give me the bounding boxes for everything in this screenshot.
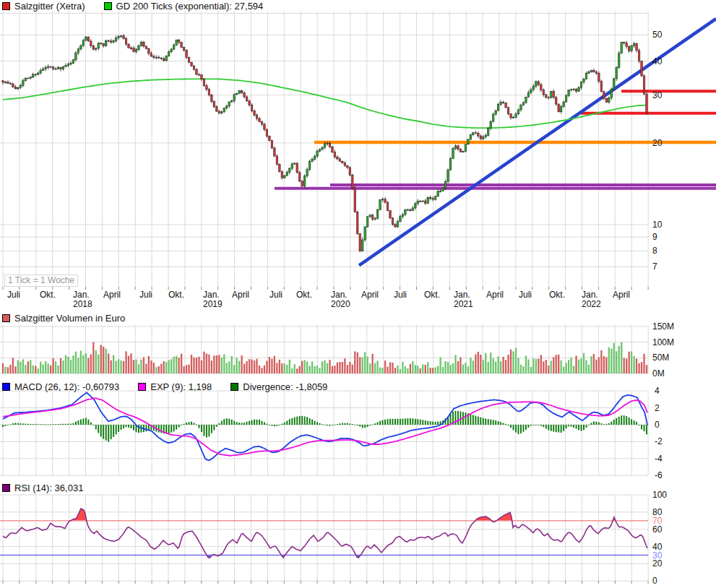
volume-panel-legend: Salzgitter Volumen in Euro — [2, 313, 144, 324]
x-tick-label: Juli — [519, 290, 532, 299]
legend-label: EXP (9): 1,198 — [150, 381, 212, 392]
y-tick-label: 0M — [652, 369, 665, 378]
legend-item: EXP (9): 1,198 — [138, 381, 212, 392]
y-tick-label: 7 — [652, 262, 657, 271]
x-tick-label: April — [361, 290, 379, 299]
legend-label: GD 200 Ticks (exponential): 27,594 — [116, 1, 264, 12]
x-tick-label: Jan. — [454, 290, 470, 299]
chart-root: Salzgitter (Xetra)GD 200 Ticks (exponent… — [0, 0, 716, 588]
x-tick-label: Okt. — [296, 290, 312, 299]
y-tick-label: 20 — [652, 559, 662, 568]
y-tick-label: -4 — [655, 454, 663, 463]
y-tick-label: 0 — [652, 576, 657, 585]
legend-label: MACD (26, 12): -0,60793 — [14, 381, 119, 392]
legend-item: GD 200 Ticks (exponential): 27,594 — [104, 1, 264, 12]
x-tick-label: Juli — [394, 290, 407, 299]
y-tick-label: 150M — [652, 322, 674, 331]
y-tick-label: 10 — [652, 220, 662, 229]
x-tick-year-label: 2022 — [582, 300, 601, 308]
x-tick-label: Jan. — [331, 290, 348, 299]
x-tick-year-label: 2019 — [203, 300, 223, 308]
x-tick-label: Jan. — [582, 290, 598, 299]
legend-item: MACD (26, 12): -0,60793 — [2, 381, 119, 392]
legend-item: Salzgitter (Xetra) — [2, 1, 85, 12]
legend-label: Salzgitter Volumen in Euro — [14, 313, 125, 324]
legend-item: Salzgitter Volumen in Euro — [2, 313, 125, 324]
y-tick-label: 0 — [655, 420, 660, 429]
x-tick-label: April — [613, 290, 630, 299]
legend-swatch-icon — [2, 383, 10, 391]
legend-swatch-icon — [2, 314, 10, 322]
y-tick-label: 70 — [652, 516, 662, 525]
legend-item: Divergence: -1,8059 — [230, 381, 327, 392]
rsi-panel-legend: RSI (14): 36,031 — [2, 483, 102, 493]
x-tick-label: Jan. — [73, 290, 90, 299]
y-tick-label: 20 — [652, 139, 662, 147]
y-tick-label: 60 — [652, 525, 662, 534]
y-tick-label: 40 — [652, 542, 662, 551]
y-tick-label: 50 — [652, 30, 662, 39]
y-tick-label: 100 — [652, 490, 667, 499]
y-tick-label: 30 — [652, 91, 662, 100]
legend-swatch-icon — [138, 383, 146, 391]
x-tick-label: Okt. — [549, 290, 565, 299]
x-tick-label: Juli — [269, 290, 282, 299]
y-tick-label: 50M — [652, 353, 669, 362]
y-tick-label: 2 — [655, 404, 660, 412]
legend-label: Salzgitter (Xetra) — [14, 1, 85, 12]
y-tick-label: 9 — [652, 233, 657, 241]
y-tick-label: 8 — [652, 246, 657, 255]
x-tick-label: Juli — [139, 290, 152, 299]
y-tick-label: 100M — [652, 338, 674, 347]
x-tick-label: Okt. — [40, 290, 56, 299]
legend-swatch-icon — [2, 2, 10, 10]
x-tick-label: Jan. — [203, 290, 220, 299]
x-tick-label: April — [232, 290, 249, 299]
x-tick-label: Okt. — [424, 290, 440, 299]
macd-panel-legend: MACD (26, 12): -0,60793EXP (9): 1,198Div… — [2, 381, 346, 392]
x-tick-label: April — [486, 290, 504, 299]
legend-swatch-icon — [104, 2, 112, 10]
x-tick-year-label: 2021 — [454, 300, 473, 308]
y-tick-label: -2 — [655, 437, 663, 446]
x-tick-label: April — [103, 290, 121, 299]
legend-swatch-icon — [230, 383, 238, 391]
x-tick-year-label: 2020 — [331, 300, 350, 308]
price-panel-legend: Salzgitter (Xetra)GD 200 Ticks (exponent… — [2, 1, 282, 12]
legend-swatch-icon — [2, 484, 10, 492]
legend-label: RSI (14): 36,031 — [14, 483, 83, 493]
legend-label: Divergence: -1,8059 — [243, 381, 327, 392]
y-tick-label: -6 — [655, 471, 663, 480]
y-tick-label: 40 — [652, 57, 662, 66]
y-tick-label: 4 — [655, 386, 660, 395]
x-tick-label: Juli — [7, 290, 20, 299]
x-tick-year-label: 2018 — [73, 300, 92, 308]
x-tick-label: Okt. — [168, 290, 184, 299]
legend-item: RSI (14): 36,031 — [2, 483, 83, 493]
tick-interval-note: 1 Tick = 1 Woche — [4, 274, 78, 287]
